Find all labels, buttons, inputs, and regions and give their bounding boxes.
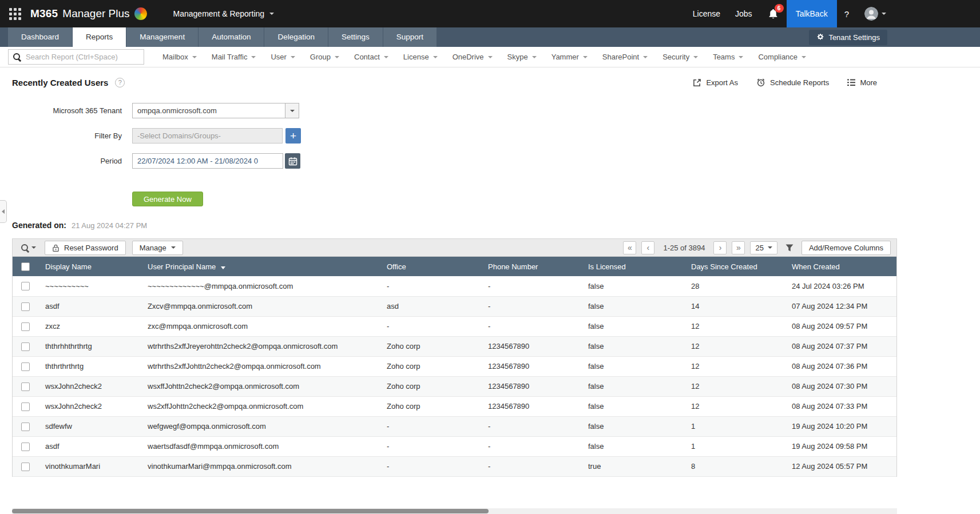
search-icon	[13, 53, 21, 61]
select-all-checkbox[interactable]	[21, 262, 30, 271]
help-button[interactable]: ?	[837, 0, 856, 27]
tenant-settings-button[interactable]: Tenant Settings	[809, 30, 887, 45]
add-filter-button[interactable]: +	[285, 128, 301, 144]
notifications-button[interactable]: 6	[760, 0, 787, 27]
more-button[interactable]: More	[847, 78, 877, 87]
table-cell: Zoho corp	[380, 376, 481, 396]
filter-funnel-button[interactable]	[785, 244, 793, 252]
row-checkbox[interactable]	[21, 403, 30, 411]
report-menu-onedrive[interactable]: OneDrive	[445, 53, 500, 61]
report-menu-bar: MailboxMail TrafficUserGroupContactLicen…	[0, 47, 980, 67]
reset-password-button[interactable]: Reset Password	[45, 241, 126, 255]
column-header-when-created[interactable]: When Created	[785, 257, 896, 276]
table-cell: false	[581, 336, 684, 356]
tab-support[interactable]: Support	[383, 27, 437, 47]
report-menu-mail-traffic[interactable]: Mail Traffic	[204, 53, 264, 61]
chevron-down-icon	[291, 56, 295, 58]
generate-now-button[interactable]: Generate Now	[132, 192, 203, 206]
tab-settings[interactable]: Settings	[328, 27, 383, 47]
table-row[interactable]: ththrthrthrtgwtrhrths2xffJohttn2check2@o…	[13, 356, 896, 376]
report-menu-license[interactable]: License	[396, 53, 445, 61]
tab-reports[interactable]: Reports	[73, 27, 126, 47]
report-menu-sharepoint[interactable]: SharePoint	[595, 53, 655, 61]
table-cell: 12 Aug 2024 05:57 PM	[785, 456, 896, 476]
row-checkbox[interactable]	[21, 463, 30, 471]
row-checkbox[interactable]	[21, 423, 30, 431]
row-checkbox-cell	[13, 436, 38, 456]
page-size-dropdown[interactable]: 25	[750, 241, 777, 254]
column-header-is-licensed[interactable]: Is Licensed	[581, 257, 684, 276]
chevron-down-icon	[739, 56, 743, 58]
export-as-button[interactable]: Export As	[693, 78, 738, 87]
tab-dashboard[interactable]: Dashboard	[8, 27, 72, 47]
column-search-toggle[interactable]	[21, 244, 36, 252]
first-page-button[interactable]: «	[623, 241, 636, 254]
column-header-office[interactable]: Office	[380, 257, 481, 276]
report-search-input[interactable]	[8, 49, 144, 65]
report-menu-contact[interactable]: Contact	[347, 53, 396, 61]
chevron-down-icon	[433, 56, 438, 58]
row-checkbox[interactable]	[21, 282, 30, 290]
talkback-button[interactable]: TalkBack	[787, 0, 837, 27]
table-row[interactable]: zxczzxc@mmpqa.onmicrosoft.com--false1208…	[13, 316, 896, 336]
account-menu[interactable]	[856, 0, 894, 27]
table-row[interactable]: wsxJohn2check2ws2xffJohttn2check2@ompqa.…	[13, 396, 896, 416]
app-logo[interactable]: M365 Manager Plus	[30, 7, 147, 20]
horizontal-scrollbar-thumb[interactable]	[12, 509, 489, 513]
context-switcher[interactable]: Management & Reporting	[173, 9, 275, 18]
tab-delegation[interactable]: Delegation	[264, 27, 328, 47]
apps-grid-icon[interactable]	[9, 8, 21, 20]
calendar-button[interactable]	[285, 153, 300, 169]
tab-management[interactable]: Management	[126, 27, 198, 47]
generated-on-value: 21 Aug 2024 04:27 PM	[72, 221, 147, 230]
table-row[interactable]: asdfwaertsdfasdf@mmpqa.onmicrosoft.com--…	[13, 436, 896, 456]
row-checkbox[interactable]	[21, 342, 30, 351]
table-row[interactable]: vinothkumarMarivinothkumarMari@mmpqa.onm…	[13, 456, 896, 476]
table-row[interactable]: ~~~~~~~~~~~~~~~~~~~~~~~@mmpqa.onmicrosof…	[13, 276, 896, 296]
table-row[interactable]: ththrhhthrthrtgwtrhrths2xffJreyerohttn2c…	[13, 336, 896, 356]
report-menu-mailbox[interactable]: Mailbox	[155, 53, 204, 61]
table-cell: 14	[684, 296, 785, 316]
avatar	[864, 7, 878, 21]
table-cell: -	[380, 316, 481, 336]
report-menu-security[interactable]: Security	[655, 53, 705, 61]
tenant-select[interactable]: ompqa.onmicrosoft.com	[132, 103, 299, 118]
period-input[interactable]	[132, 153, 283, 169]
row-checkbox[interactable]	[21, 382, 30, 391]
report-menu-yammer[interactable]: Yammer	[544, 53, 595, 61]
report-menu-skype[interactable]: Skype	[500, 53, 544, 61]
row-checkbox[interactable]	[21, 362, 30, 371]
column-header-display-name[interactable]: Display Name	[38, 257, 141, 276]
license-link[interactable]: License	[685, 0, 728, 27]
next-page-button[interactable]: ›	[713, 241, 727, 254]
table-cell: vinothkumarMari@mmpqa.onmicrosoft.com	[141, 456, 380, 476]
row-checkbox[interactable]	[21, 322, 30, 331]
schedule-reports-button[interactable]: Schedule Reports	[756, 78, 829, 87]
more-icon	[847, 79, 855, 86]
prev-page-button[interactable]: ‹	[641, 241, 654, 254]
report-menu-compliance[interactable]: Compliance	[751, 53, 814, 61]
column-header-user-principal-name[interactable]: User Principal Name	[141, 257, 380, 276]
report-help-icon[interactable]: ?	[115, 78, 125, 87]
last-page-icon: »	[736, 243, 741, 252]
report-menu-teams[interactable]: Teams	[705, 53, 751, 61]
row-checkbox[interactable]	[21, 302, 30, 311]
jobs-link[interactable]: Jobs	[728, 0, 760, 27]
page-head: Recently Created Users ? Export As	[12, 71, 877, 94]
panel-collapse-handle[interactable]	[0, 200, 7, 223]
add-remove-columns-button[interactable]: Add/Remove Columns	[802, 241, 891, 255]
tab-automation[interactable]: Automation	[199, 27, 264, 47]
last-page-button[interactable]: »	[732, 241, 745, 254]
report-menu-group[interactable]: Group	[303, 53, 347, 61]
table-row[interactable]: sdfewfwwefgwegf@ompqa.onmicrosoft.com--f…	[13, 416, 896, 436]
table-cell: wtrhrths2xffJohttn2check2@ompqa.onmicros…	[141, 356, 380, 376]
table-row[interactable]: asdfZxcv@mmpqa.onmicrosoft.comasd-false1…	[13, 296, 896, 316]
table-cell: 08 Aug 2024 09:57 PM	[785, 316, 896, 336]
filter-domains-input[interactable]	[132, 128, 283, 144]
column-header-phone-number[interactable]: Phone Number	[481, 257, 581, 276]
column-header-days-since-created[interactable]: Days Since Created	[684, 257, 785, 276]
row-checkbox[interactable]	[21, 443, 30, 451]
table-row[interactable]: wsxJohn2check2wsxffJohttn2check2@ompqa.o…	[13, 376, 896, 396]
report-menu-user[interactable]: User	[263, 53, 302, 61]
manage-dropdown-button[interactable]: Manage	[132, 241, 183, 255]
